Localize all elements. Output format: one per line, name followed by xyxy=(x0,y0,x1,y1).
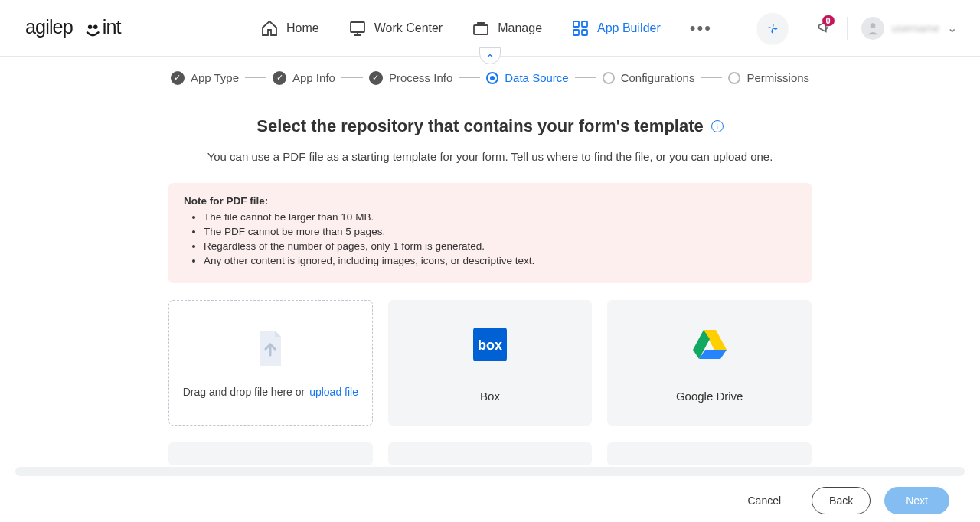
pinwheel-button[interactable] xyxy=(757,13,788,44)
user-menu[interactable]: username ⌄ xyxy=(861,17,957,40)
step-pending-icon xyxy=(728,72,740,84)
nav-work-center-label: Work Center xyxy=(374,21,443,35)
grid-icon xyxy=(571,19,590,38)
home-icon xyxy=(260,19,279,38)
note-title: Note for PDF file: xyxy=(184,195,796,207)
svg-rect-5 xyxy=(474,25,488,34)
card-placeholder[interactable] xyxy=(388,442,593,465)
note-item: Any other content is ignored, including … xyxy=(204,255,796,266)
check-icon: ✓ xyxy=(171,71,185,85)
step-configurations[interactable]: Configurations xyxy=(603,71,695,84)
svg-text:int: int xyxy=(103,16,122,38)
svg-text:box: box xyxy=(478,338,502,353)
nav-work-center[interactable]: Work Center xyxy=(348,19,443,38)
chevron-down-icon: ⌄ xyxy=(947,21,957,35)
nav-app-builder[interactable]: App Builder xyxy=(571,19,661,38)
card-box-label: Box xyxy=(480,390,500,403)
svg-point-1 xyxy=(88,24,92,28)
card-google-drive[interactable]: Google Drive xyxy=(607,300,812,426)
svg-rect-7 xyxy=(582,21,587,27)
google-drive-logo-icon xyxy=(691,324,728,365)
page-title: Select the repository that contains your… xyxy=(256,116,723,136)
check-icon: ✓ xyxy=(369,71,383,85)
note-item: The file cannot be larger than 10 MB. xyxy=(204,211,796,223)
more-icon: ••• xyxy=(690,18,712,38)
cancel-button[interactable]: Cancel xyxy=(730,487,798,514)
svg-rect-4 xyxy=(351,22,364,32)
svg-rect-9 xyxy=(582,30,587,35)
nav-home-label: Home xyxy=(286,21,319,35)
upload-file-icon xyxy=(255,328,286,369)
current-step-icon xyxy=(486,72,498,84)
upload-link[interactable]: upload file xyxy=(309,386,358,398)
card-placeholder[interactable] xyxy=(168,442,373,465)
card-box[interactable]: box Box xyxy=(388,300,593,426)
card-placeholder[interactable] xyxy=(607,442,812,465)
nav-more[interactable]: ••• xyxy=(690,18,712,38)
step-pending-icon xyxy=(603,72,615,84)
nav-manage-label: Manage xyxy=(498,21,542,35)
nav-home[interactable]: Home xyxy=(260,19,319,38)
chevron-up-icon xyxy=(485,51,495,60)
step-data-source[interactable]: Data Source xyxy=(486,71,568,84)
box-logo-icon: box xyxy=(472,324,508,365)
info-icon[interactable]: i xyxy=(711,120,724,132)
upload-card[interactable]: Drag and drop file here or upload file xyxy=(168,300,373,426)
step-app-info[interactable]: ✓App Info xyxy=(273,71,335,85)
step-app-type[interactable]: ✓App Type xyxy=(171,71,239,85)
notification-button[interactable]: 0 xyxy=(816,18,833,38)
briefcase-icon xyxy=(472,19,490,38)
user-name-label: username xyxy=(892,22,939,34)
pinwheel-icon xyxy=(765,21,780,36)
svg-point-2 xyxy=(93,24,97,28)
avatar xyxy=(861,17,884,40)
step-process-info[interactable]: ✓Process Info xyxy=(369,71,452,85)
upload-text: Drag and drop file here or upload file xyxy=(183,386,358,398)
card-google-drive-label: Google Drive xyxy=(676,390,743,403)
monitor-icon xyxy=(348,19,367,38)
check-icon: ✓ xyxy=(273,71,286,85)
svg-point-10 xyxy=(870,23,875,28)
page-subtitle: You can use a PDF file as a starting tem… xyxy=(168,150,812,163)
note-item: Regardless of the number of pages, only … xyxy=(204,240,796,252)
content-scroll[interactable]: Select the repository that contains your… xyxy=(0,93,980,476)
next-button[interactable]: Next xyxy=(884,487,949,514)
logo[interactable]: agilep int xyxy=(23,15,138,42)
svg-rect-8 xyxy=(573,30,579,35)
svg-rect-6 xyxy=(573,21,579,27)
notification-badge: 0 xyxy=(822,15,835,26)
nav-manage[interactable]: Manage xyxy=(472,19,542,38)
back-button[interactable]: Back xyxy=(812,487,871,514)
step-permissions[interactable]: Permissions xyxy=(728,71,809,84)
note-box: Note for PDF file: The file cannot be la… xyxy=(168,183,812,283)
nav-app-builder-label: App Builder xyxy=(597,21,661,35)
avatar-icon xyxy=(865,21,880,36)
svg-text:agilep: agilep xyxy=(25,16,73,38)
footer-actions: Cancel Back Next xyxy=(0,479,980,522)
horizontal-scrollbar[interactable] xyxy=(15,467,965,476)
note-item: The PDF cannot be more than 5 pages. xyxy=(204,226,796,237)
